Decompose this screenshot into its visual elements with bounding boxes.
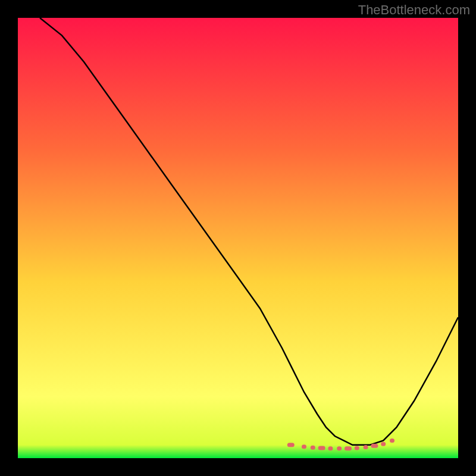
gradient-background — [18, 18, 458, 458]
marker-dash — [328, 446, 333, 450]
chart-container: TheBottleneck.com — [0, 0, 476, 476]
marker-dash — [381, 442, 386, 446]
plot-area — [18, 18, 458, 458]
marker-dash — [311, 446, 315, 450]
marker-dash — [302, 444, 306, 449]
chart-svg — [18, 18, 458, 458]
gradient-rect — [18, 18, 458, 458]
marker-dash — [364, 445, 368, 449]
marker-dash — [355, 446, 359, 450]
marker-dash — [337, 446, 342, 450]
marker-dash — [345, 446, 352, 450]
marker-dash — [390, 439, 394, 443]
watermark-text: TheBottleneck.com — [358, 2, 470, 18]
marker-dash — [287, 443, 295, 447]
marker-dash — [318, 446, 325, 450]
marker-dash — [371, 444, 378, 448]
